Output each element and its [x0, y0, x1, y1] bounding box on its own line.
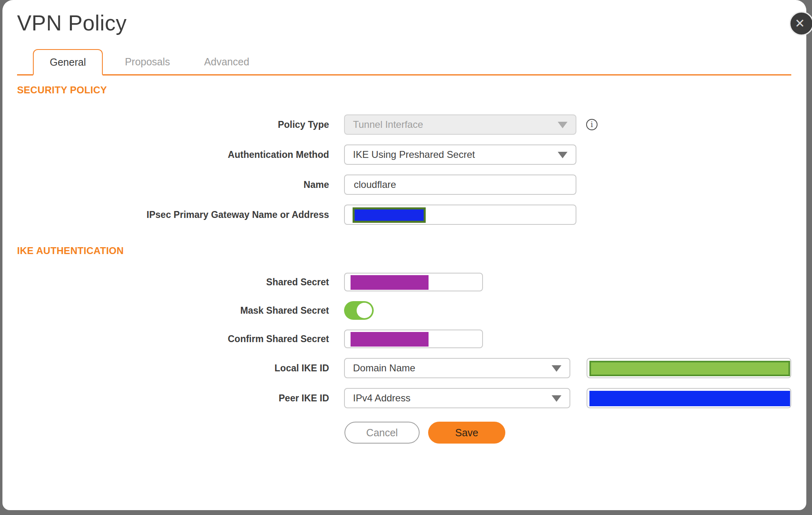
local-ike-id-redacted-value	[589, 361, 790, 376]
row-shared-secret: Shared Secret	[17, 273, 791, 291]
row-peer-ike-id: Peer IKE ID IPv4 Address	[17, 388, 791, 408]
peer-ike-id-value-input[interactable]	[587, 388, 791, 408]
row-name: Name	[17, 175, 791, 195]
screen-backdrop: VPN Policy General Proposals Advanced SE…	[0, 0, 812, 515]
mask-shared-secret-toggle[interactable]	[344, 301, 374, 320]
row-policy-type: Policy Type Tunnel Interface i	[17, 114, 791, 135]
chevron-down-icon	[552, 365, 561, 372]
info-icon[interactable]: i	[586, 119, 598, 130]
chevron-down-icon	[558, 152, 567, 158]
close-icon: ✕	[795, 17, 805, 30]
policy-type-value: Tunnel Interface	[353, 119, 423, 130]
row-authentication-method: Authentication Method IKE Using Preshare…	[17, 144, 791, 165]
shared-secret-label: Shared Secret	[17, 277, 329, 288]
row-mask-shared-secret: Mask Shared Secret	[17, 301, 791, 320]
row-local-ike-id: Local IKE ID Domain Name	[17, 358, 791, 378]
local-ike-id-label: Local IKE ID	[17, 363, 329, 374]
peer-ike-id-type-value: IPv4 Address	[353, 392, 410, 404]
gateway-redacted-value	[353, 207, 426, 223]
chevron-down-icon	[558, 122, 567, 128]
tab-general[interactable]: General	[33, 49, 103, 75]
tab-advanced[interactable]: Advanced	[192, 49, 261, 74]
shared-secret-input[interactable]	[344, 273, 483, 291]
mask-shared-secret-label: Mask Shared Secret	[17, 305, 329, 316]
confirm-shared-secret-input[interactable]	[344, 330, 483, 348]
name-input[interactable]	[353, 179, 567, 191]
close-button[interactable]: ✕	[789, 11, 812, 36]
confirm-shared-secret-label: Confirm Shared Secret	[17, 334, 329, 345]
toggle-knob	[357, 303, 372, 318]
policy-type-label: Policy Type	[17, 119, 329, 130]
chevron-down-icon	[552, 395, 561, 402]
save-button[interactable]: Save	[428, 422, 505, 444]
dialog-actions: Cancel Save	[344, 422, 791, 444]
peer-ike-id-redacted-value	[589, 391, 790, 406]
authentication-method-value: IKE Using Preshared Secret	[353, 149, 475, 160]
peer-ike-id-type-select[interactable]: IPv4 Address	[344, 388, 570, 408]
local-ike-id-value-input[interactable]	[587, 358, 791, 378]
policy-type-select: Tunnel Interface	[344, 114, 576, 135]
page-title: VPN Policy	[17, 11, 791, 35]
section-heading-security-policy: SECURITY POLICY	[17, 84, 791, 96]
confirm-shared-secret-redacted-value	[351, 332, 429, 347]
local-ike-id-type-select[interactable]: Domain Name	[344, 358, 570, 378]
gateway-input[interactable]	[344, 205, 576, 225]
row-confirm-shared-secret: Confirm Shared Secret	[17, 330, 791, 348]
local-ike-id-type-value: Domain Name	[353, 362, 415, 374]
name-label: Name	[17, 179, 329, 190]
row-gateway: IPsec Primary Gateway Name or Address	[17, 205, 791, 225]
shared-secret-redacted-value	[351, 275, 429, 290]
vpn-policy-dialog: VPN Policy General Proposals Advanced SE…	[2, 0, 806, 510]
tab-bar: General Proposals Advanced	[17, 49, 791, 75]
authentication-method-select[interactable]: IKE Using Preshared Secret	[344, 144, 576, 165]
gateway-label: IPsec Primary Gateway Name or Address	[17, 209, 329, 220]
section-heading-ike-authentication: IKE AUTHENTICATION	[17, 245, 791, 256]
cancel-button[interactable]: Cancel	[344, 422, 420, 444]
peer-ike-id-label: Peer IKE ID	[17, 393, 329, 404]
tab-proposals[interactable]: Proposals	[113, 49, 182, 74]
authentication-method-label: Authentication Method	[17, 149, 329, 160]
